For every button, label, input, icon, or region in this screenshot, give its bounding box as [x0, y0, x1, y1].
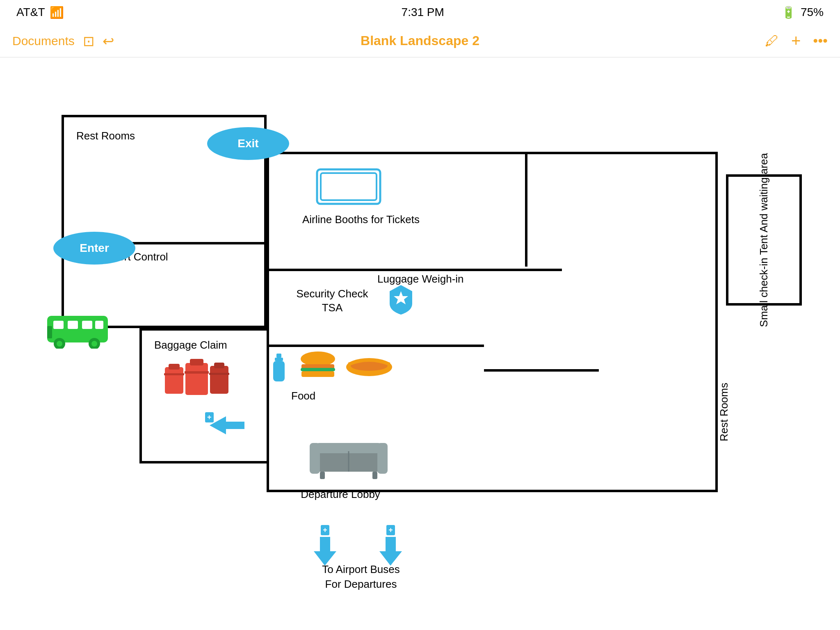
undo-icon[interactable]: ↩ [103, 33, 114, 49]
svg-rect-0 [47, 316, 108, 342]
pen-icon[interactable]: 🖊 [765, 33, 779, 49]
enter-label: Enter [80, 242, 109, 255]
svg-rect-11 [321, 173, 377, 200]
airline-booths-label: Airline Booths for Tickets [279, 213, 443, 226]
svg-rect-3 [82, 321, 92, 329]
svg-marker-39 [314, 537, 336, 566]
svg-rect-22 [276, 354, 281, 358]
status-bar: AT&T 📶 7:31 PM 🔋 75% [0, 0, 840, 25]
departure-lobby-label: Departure Lobby [299, 488, 381, 501]
down-arrow-left[interactable]: + [312, 525, 338, 566]
more-options-button[interactable]: ••• [813, 33, 828, 49]
horizontal-divider-2 [357, 269, 562, 271]
hotdog-icon [345, 353, 394, 381]
canvas: Rest Rooms Passport Control Baggage Clai… [0, 57, 840, 630]
svg-rect-9 [47, 326, 52, 338]
status-right: 🔋 75% [781, 6, 824, 19]
airport-buses-label: To Airport BusesFor Departures [304, 562, 418, 592]
couch-icon [308, 435, 390, 482]
small-checkin-label: Small check-in Tent And waiting area [758, 153, 770, 327]
svg-point-25 [301, 352, 335, 366]
svg-rect-24 [273, 361, 285, 381]
rest-rooms-right-text: Rest Rooms [718, 383, 730, 441]
burger-icon [299, 351, 336, 383]
bottle-icon [271, 353, 287, 387]
svg-rect-16 [185, 363, 208, 395]
horizontal-divider-3 [267, 345, 484, 347]
wifi-icon: 📶 [50, 6, 64, 19]
toolbar-center: Blank Landscape 2 [284, 33, 556, 48]
rest-rooms-right-label: Rest Rooms [718, 361, 730, 463]
svg-rect-20 [215, 363, 224, 368]
svg-rect-37 [372, 472, 377, 479]
svg-rect-2 [68, 321, 78, 329]
exit-oval[interactable]: Exit [207, 127, 289, 160]
luggage-icons [164, 357, 230, 398]
add-button[interactable]: + [791, 32, 801, 50]
svg-rect-17 [190, 359, 203, 365]
horizontal-divider-4 [484, 369, 599, 372]
svg-rect-18 [185, 371, 209, 374]
toolbar: Documents ⊡ ↩ Blank Landscape 2 🖊 + ••• [0, 25, 840, 57]
svg-rect-23 [275, 358, 283, 361]
small-checkin-room: Small check-in Tent And waiting area [726, 174, 802, 306]
svg-rect-27 [301, 368, 335, 371]
bus-icon [45, 312, 111, 350]
svg-rect-14 [169, 364, 179, 369]
battery-label: 75% [801, 6, 824, 19]
svg-point-6 [57, 341, 62, 347]
rest-rooms-label: Rest Rooms [76, 130, 135, 142]
svg-marker-38 [210, 416, 244, 434]
svg-marker-40 [379, 537, 402, 566]
layout-icon[interactable]: ⊡ [83, 33, 94, 49]
security-check-label: Security CheckTSA [279, 287, 386, 315]
documents-button[interactable]: Documents [12, 34, 75, 48]
vertical-divider-1 [525, 152, 527, 267]
svg-rect-1 [53, 321, 64, 329]
svg-rect-4 [95, 321, 103, 329]
exit-label: Exit [237, 137, 258, 150]
down-arrow-right[interactable]: + [377, 525, 404, 566]
carrier-label: AT&T [16, 6, 45, 19]
toolbar-left: Documents ⊡ ↩ [12, 33, 284, 49]
bluetooth-icon: 🔋 [781, 6, 796, 19]
svg-rect-28 [301, 371, 334, 377]
food-label: Food [291, 390, 315, 402]
baggage-claim-label: Baggage Claim [154, 339, 227, 352]
status-left: AT&T 📶 [16, 6, 64, 19]
time-display: 7:31 PM [402, 6, 444, 19]
badge-icon [386, 283, 416, 317]
document-title: Blank Landscape 2 [361, 33, 479, 48]
svg-rect-21 [209, 373, 229, 375]
svg-rect-36 [320, 472, 325, 479]
ticket-icon [316, 168, 381, 207]
left-arrow[interactable]: + [201, 414, 247, 437]
svg-rect-15 [164, 373, 184, 375]
svg-rect-19 [210, 366, 228, 394]
svg-rect-13 [165, 367, 183, 394]
svg-point-8 [91, 341, 97, 347]
toolbar-right: 🖊 + ••• [556, 32, 828, 50]
enter-oval[interactable]: Enter [53, 232, 135, 265]
diagram: Rest Rooms Passport Control Baggage Clai… [21, 82, 800, 615]
